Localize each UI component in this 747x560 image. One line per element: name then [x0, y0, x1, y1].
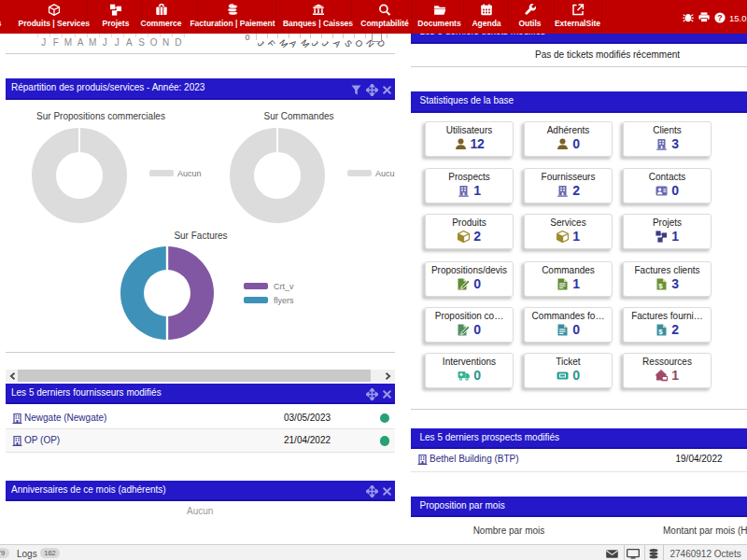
svg-text:?: ?	[717, 13, 723, 22]
